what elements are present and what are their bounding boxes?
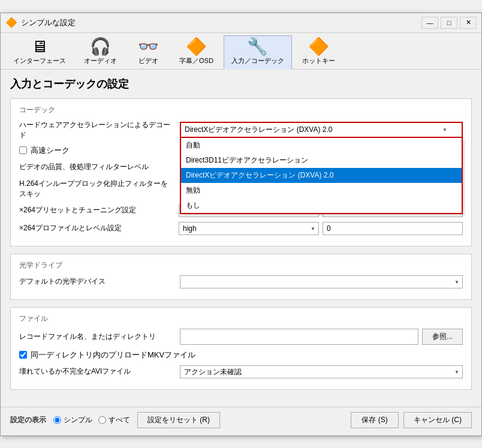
video-quality-label: ビデオの品質、後処理フィルターレベル bbox=[19, 162, 175, 172]
h264-filter-label: H.264インループブロック化抑止フィルターをスキッ bbox=[19, 179, 175, 199]
codec-section-title: コーデック bbox=[19, 105, 463, 115]
tab-video[interactable]: 👓 ビデオ bbox=[127, 35, 169, 69]
record-label: レコードファイル名、またはディレクトリ bbox=[19, 332, 175, 342]
minimize-button[interactable]: — bbox=[421, 17, 438, 29]
hotkeys-icon: 🔶 bbox=[308, 38, 329, 55]
interface-icon: 🖥 bbox=[31, 38, 48, 55]
tab-video-label: ビデオ bbox=[138, 56, 158, 65]
tab-subtitles-label: 字幕／OSD bbox=[179, 56, 213, 65]
subtitles-icon: 🔶 bbox=[186, 38, 207, 55]
file-section: ファイル レコードファイル名、またはディレクトリ 参照... 同一ディレクトリ内… bbox=[10, 307, 472, 390]
mkv-row: 同一ディレクトリ内のプリロードMKVファイル bbox=[19, 350, 463, 360]
simple-radio-item: シンプル bbox=[53, 415, 92, 425]
optical-device-label: デフォルトの光学デバイス bbox=[19, 276, 175, 287]
browse-button[interactable]: 参照... bbox=[422, 329, 463, 345]
record-controls: 参照... bbox=[180, 329, 463, 345]
option-none[interactable]: 無効 bbox=[181, 183, 462, 198]
x264-profile-row: ×264プロファイルとレベル設定 high bbox=[19, 222, 463, 235]
hw-decode-selected[interactable]: DirectXビデオアクセラレーション (DXVA) 2.0 bbox=[180, 122, 463, 138]
reset-button[interactable]: 設定をリセット (R) bbox=[137, 412, 220, 428]
x264-level-input-wrapper bbox=[323, 222, 463, 235]
option-auto[interactable]: 自動 bbox=[181, 138, 462, 153]
record-input[interactable] bbox=[180, 329, 418, 345]
maximize-button[interactable]: □ bbox=[441, 17, 457, 29]
x264-profile-select-wrapper: high bbox=[179, 222, 319, 235]
display-radio-group: シンプル すべて bbox=[53, 415, 130, 425]
footer-right: 保存 (S) キャンセル (C) bbox=[351, 412, 472, 428]
codec-section: コーデック ハードウェアアクセラレーションによるデコード DirectXビデオア… bbox=[10, 98, 472, 246]
simple-radio[interactable] bbox=[53, 416, 61, 424]
video-icon: 👓 bbox=[138, 38, 159, 55]
title-bar-left: 🔶 シンプルな設定 bbox=[5, 17, 76, 28]
file-section-title: ファイル bbox=[19, 314, 463, 324]
window-title: シンプルな設定 bbox=[21, 17, 76, 28]
audio-icon: 🎧 bbox=[90, 38, 111, 55]
display-settings-label: 設定の表示 bbox=[10, 415, 46, 425]
optical-device-select[interactable] bbox=[180, 275, 463, 288]
tab-interface-label: インターフェース bbox=[13, 56, 66, 65]
input-icon: 🔧 bbox=[247, 38, 268, 55]
fast-seek-label: 高速シーク bbox=[31, 145, 70, 156]
optical-section-title: 光学ドライブ bbox=[19, 260, 463, 270]
broken-avi-select-wrapper: アクション未確認 bbox=[180, 365, 463, 378]
fast-seek-checkbox[interactable] bbox=[19, 146, 27, 154]
page-title: 入力とコーデックの設定 bbox=[10, 77, 472, 91]
x264-profile-label: ×264プロファイルとレベル設定 bbox=[19, 223, 175, 233]
mkv-checkbox[interactable] bbox=[19, 351, 27, 359]
tab-input[interactable]: 🔧 入力／コーデック bbox=[224, 35, 292, 70]
tab-interface[interactable]: 🖥 インターフェース bbox=[5, 35, 74, 69]
x264-level-input[interactable] bbox=[323, 222, 463, 235]
option-if[interactable]: もし bbox=[181, 198, 462, 213]
all-radio[interactable] bbox=[98, 416, 106, 424]
save-button[interactable]: 保存 (S) bbox=[351, 412, 399, 428]
x264-preset-label: ×264プリセットとチューニング設定 bbox=[19, 205, 175, 215]
hw-decode-menu: 自動 Direct3D11ビデオアクセラレーション DirectXビデオアクセラ… bbox=[180, 138, 463, 214]
all-radio-item: すべて bbox=[98, 415, 130, 425]
hw-decode-row: ハードウェアアクセラレーションによるデコード DirectXビデオアクセラレーシ… bbox=[19, 120, 463, 140]
tab-bar: 🖥 インターフェース 🎧 オーディオ 👓 ビデオ 🔶 字幕／OSD 🔧 入力／コ… bbox=[1, 33, 481, 70]
all-label: すべて bbox=[109, 415, 130, 425]
option-dxva2[interactable]: DirectXビデオアクセラレーション (DXVA) 2.0 bbox=[181, 168, 462, 183]
main-window: 🔶 シンプルな設定 — □ ✕ 🖥 インターフェース 🎧 オーディオ 👓 ビデオ… bbox=[0, 13, 482, 436]
optical-section: 光学ドライブ デフォルトの光学デバイス bbox=[10, 254, 472, 300]
hw-decode-label: ハードウェアアクセラレーションによるデコード bbox=[19, 120, 175, 140]
tab-input-label: 入力／コーデック bbox=[231, 56, 284, 65]
hw-decode-dropdown[interactable]: DirectXビデオアクセラレーション (DXVA) 2.0 自動 Direct… bbox=[180, 122, 463, 138]
tab-audio-label: オーディオ bbox=[84, 56, 117, 65]
close-button[interactable]: ✕ bbox=[460, 17, 477, 29]
mkv-label: 同一ディレクトリ内のプリロードMKVファイル bbox=[31, 350, 195, 360]
content-area: 入力とコーデックの設定 コーデック ハードウェアアクセラレーションによるデコード… bbox=[1, 70, 481, 407]
tab-hotkeys[interactable]: 🔶 ホットキー bbox=[294, 35, 343, 69]
footer-left: 設定の表示 シンプル すべて 設定をリセット (R) bbox=[10, 412, 220, 428]
app-icon: 🔶 bbox=[5, 17, 17, 28]
hw-decode-value: DirectXビデオアクセラレーション (DXVA) 2.0 bbox=[185, 125, 332, 135]
title-bar: 🔶 シンプルな設定 — □ ✕ bbox=[1, 13, 481, 33]
broken-avi-row: 壊れているか不完全なAVIファイル アクション未確認 bbox=[19, 365, 463, 378]
tab-hotkeys-label: ホットキー bbox=[302, 56, 335, 65]
footer: 設定の表示 シンプル すべて 設定をリセット (R) 保存 (S) キャンセル … bbox=[1, 407, 481, 435]
x264-profile-select[interactable]: high bbox=[179, 222, 319, 235]
tab-subtitles[interactable]: 🔶 字幕／OSD bbox=[171, 35, 221, 69]
broken-avi-select[interactable]: アクション未確認 bbox=[180, 365, 463, 378]
title-buttons: — □ ✕ bbox=[421, 17, 477, 29]
record-row: レコードファイル名、またはディレクトリ 参照... bbox=[19, 329, 463, 345]
optical-device-row: デフォルトの光学デバイス bbox=[19, 275, 463, 288]
broken-avi-label: 壊れているか不完全なAVIファイル bbox=[19, 366, 175, 377]
simple-label: シンプル bbox=[64, 415, 92, 425]
optical-device-select-wrapper bbox=[180, 275, 463, 288]
tab-audio[interactable]: 🎧 オーディオ bbox=[76, 35, 125, 69]
option-d3d11[interactable]: Direct3D11ビデオアクセラレーション bbox=[181, 153, 462, 168]
cancel-button[interactable]: キャンセル (C) bbox=[403, 412, 472, 428]
